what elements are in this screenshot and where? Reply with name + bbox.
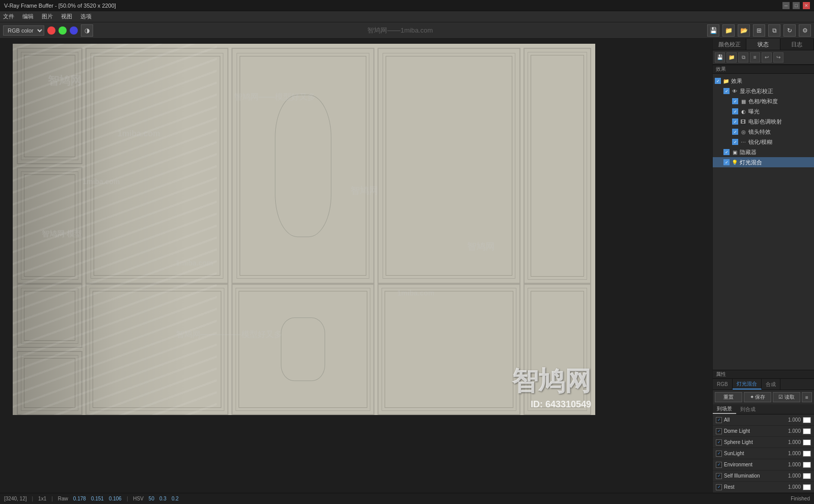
right-panel: 颜色校正 状态 日志 💾 📁 ⧉ ≡ ↩ ↪ 效果 ✓ 📁 效果 xyxy=(712,39,814,493)
lm-row-rest[interactable]: ✓ Rest 1.000 xyxy=(713,482,814,493)
tab-color-correction[interactable]: 颜色校正 xyxy=(713,39,746,50)
lm-row-env[interactable]: ✓ Environment 1.000 xyxy=(713,459,814,470)
rp-redo-icon[interactable]: ↪ xyxy=(773,52,783,63)
layer-check-6[interactable]: ✓ xyxy=(732,139,738,145)
panel-right-center-tall xyxy=(377,48,520,284)
menu-file[interactable]: 文件 xyxy=(3,13,14,20)
history-button[interactable]: ↻ xyxy=(783,24,796,37)
settings-button[interactable]: ⚙ xyxy=(799,24,811,37)
lm-color-rest[interactable] xyxy=(803,484,811,490)
prop-tab-rgb[interactable]: RGB xyxy=(713,379,733,390)
layer-film-tone[interactable]: ✓ 🎞 电影色调映射 xyxy=(713,116,814,127)
layer-lens-effect[interactable]: ✓ ◎ 镜头特效 xyxy=(713,127,814,137)
lm-color-sun[interactable] xyxy=(803,451,811,457)
save-all-button[interactable]: 📁 xyxy=(722,24,735,37)
rp-copy-icon[interactable]: ⧉ xyxy=(738,52,748,63)
reset-button[interactable]: 重置 xyxy=(715,392,742,402)
layer-show-color-correction[interactable]: ✓ 👁 显示色彩校正 xyxy=(713,86,814,96)
minimize-button[interactable]: ─ xyxy=(782,2,790,9)
layer-exposure[interactable]: ✓ ◐ 曝光 xyxy=(713,106,814,116)
subtab-to-scene[interactable]: 到场景 xyxy=(713,404,736,414)
lm-value-env: 1.000 xyxy=(783,462,801,467)
lm-color-all[interactable] xyxy=(803,417,811,423)
tab-log[interactable]: 日志 xyxy=(780,39,814,50)
render-viewport[interactable]: 智鸠网 1miba.com 智鸠网——模型好又多 智鸠网 1miba.com 智… xyxy=(0,39,712,493)
lm-row-all[interactable]: ✓ All 1.000 xyxy=(713,414,814,426)
layer-check-3[interactable]: ✓ xyxy=(732,108,738,114)
clone-button[interactable]: ⧉ xyxy=(768,24,780,37)
layer-check-5[interactable]: ✓ xyxy=(732,129,738,135)
layer-icon-2: ▦ xyxy=(740,98,747,105)
layer-effects-root[interactable]: ✓ 📁 效果 xyxy=(713,76,814,86)
layer-check-0[interactable]: ✓ xyxy=(715,78,721,84)
layer-label-4: 电影色调映射 xyxy=(748,118,782,126)
rp-folder-icon[interactable]: 📁 xyxy=(726,52,737,63)
hsv-label: HSV xyxy=(133,496,144,501)
menu-button-prop[interactable]: ≡ xyxy=(802,392,812,402)
lm-check-dome[interactable]: ✓ xyxy=(716,428,722,434)
window-controls: ─ □ ✕ xyxy=(782,2,810,9)
property-subtabs: 到场景 到合成 xyxy=(713,404,814,414)
red-channel-dot[interactable] xyxy=(47,26,55,35)
close-button[interactable]: ✕ xyxy=(803,2,810,9)
lm-color-self-illum[interactable] xyxy=(803,473,811,479)
prop-tab-composite[interactable]: 合成 xyxy=(762,379,780,390)
save-render-button[interactable]: 💾 xyxy=(707,24,719,37)
lm-row-sphere[interactable]: ✓ Sphere Light 1.000 xyxy=(713,437,814,448)
compare-button[interactable]: ⊞ xyxy=(753,24,765,37)
layer-check-8[interactable]: ✓ xyxy=(723,159,730,165)
menu-image[interactable]: 图片 xyxy=(42,13,53,20)
lm-color-dome[interactable] xyxy=(803,428,811,434)
lm-color-env[interactable] xyxy=(803,462,811,468)
menu-view[interactable]: 视图 xyxy=(61,13,72,20)
panel-lb-2 xyxy=(17,351,82,415)
rp-undo-icon[interactable]: ↩ xyxy=(762,52,772,63)
lm-check-self-illum[interactable]: ✓ xyxy=(716,473,722,479)
layer-check-1[interactable]: ✓ xyxy=(723,88,730,94)
lm-value-sun: 1.000 xyxy=(783,451,801,456)
lm-color-sphere[interactable] xyxy=(803,439,811,446)
layer-light-mix[interactable]: ✓ 💡 灯光混合 xyxy=(713,157,814,167)
layer-sharpen-blur[interactable]: ✓ ⋯ 锐化/模糊 xyxy=(713,137,814,147)
rp-layers-icon[interactable]: ≡ xyxy=(750,52,760,63)
toolbar-watermark: 智鸠网——1miba.com xyxy=(96,26,704,35)
color-wheel-button[interactable]: ◑ xyxy=(81,24,93,37)
right-panel-tabs: 颜色校正 状态 日志 xyxy=(713,39,814,50)
lm-row-self-illum[interactable]: ✓ Self Illumination 1.000 xyxy=(713,470,814,482)
panel-rc-bottom xyxy=(377,284,520,415)
lm-label-sun: SunLight xyxy=(724,451,781,456)
menu-edit[interactable]: 编辑 xyxy=(22,13,34,20)
color-channel-select[interactable]: RGB color Alpha xyxy=(3,25,44,36)
render-canvas: 智鸠网 1miba.com 智鸠网——模型好又多 智鸠网 1miba.com 智… xyxy=(13,44,595,415)
lm-check-sphere[interactable]: ✓ xyxy=(716,439,722,446)
lm-check-all[interactable]: ✓ xyxy=(716,417,722,423)
menu-options[interactable]: 选项 xyxy=(80,13,92,20)
titlebar: V-Ray Frame Buffer - [50.0% of 3520 x 22… xyxy=(0,0,814,11)
lm-row-sun[interactable]: ✓ SunLight 1.000 xyxy=(713,448,814,459)
layer-check-2[interactable]: ✓ xyxy=(732,98,738,104)
lm-check-sun[interactable]: ✓ xyxy=(716,451,722,457)
layer-check-7[interactable]: ✓ xyxy=(723,149,730,155)
toolbar: RGB color Alpha ◑ 智鸠网——1miba.com 💾 📁 📂 ⊞… xyxy=(0,22,814,39)
raw-label: Raw xyxy=(58,496,68,501)
subtab-to-composite[interactable]: 到合成 xyxy=(736,404,760,414)
load-button[interactable]: 📂 xyxy=(738,24,750,37)
layer-hue-saturation[interactable]: ✓ ▦ 色相/饱和度 xyxy=(713,96,814,106)
save-button[interactable]: ✦ 保存 xyxy=(744,392,771,402)
layer-check-4[interactable]: ✓ xyxy=(732,118,738,125)
rp-save-icon[interactable]: 💾 xyxy=(715,52,725,63)
lm-label-all: All xyxy=(724,417,781,423)
green-channel-dot[interactable] xyxy=(59,26,67,35)
layers-section-title: 效果 xyxy=(713,65,814,74)
lm-check-env[interactable]: ✓ xyxy=(716,462,722,468)
layer-denoiser[interactable]: ✓ ▣ 隐藏器 xyxy=(713,147,814,157)
lm-row-dome[interactable]: ✓ Dome Light 1.000 xyxy=(713,426,814,437)
panel-left-bottom-top xyxy=(17,167,82,284)
lm-label-dome: Dome Light xyxy=(724,428,781,434)
tab-status[interactable]: 状态 xyxy=(746,39,780,50)
lm-check-rest[interactable]: ✓ xyxy=(716,484,722,490)
blue-channel-dot[interactable] xyxy=(70,26,78,35)
load-button-prop[interactable]: ☑ 读取 xyxy=(773,392,800,402)
maximize-button[interactable]: □ xyxy=(793,2,800,9)
prop-tab-light-mix[interactable]: 灯光混合 xyxy=(733,379,762,390)
